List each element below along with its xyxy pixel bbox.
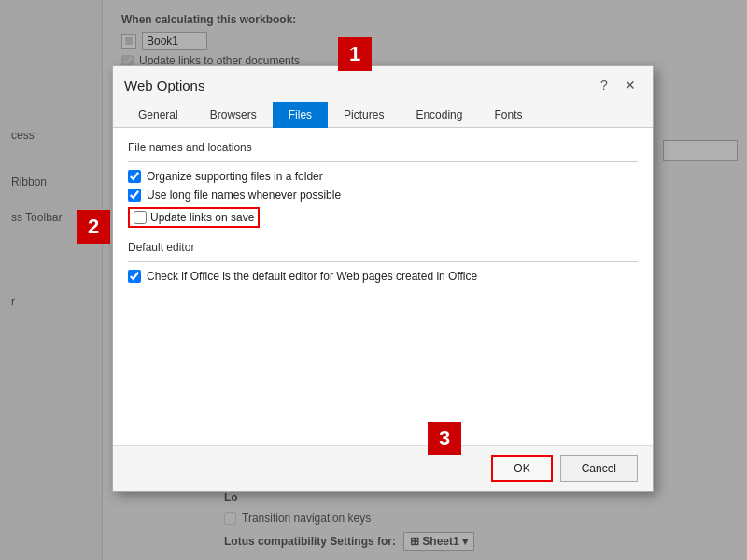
help-button[interactable]: ? <box>593 74 615 96</box>
cancel-button[interactable]: Cancel <box>560 455 638 482</box>
cb-longnames-input[interactable] <box>128 189 141 202</box>
section1-divider <box>128 161 638 162</box>
tab-general[interactable]: General <box>122 102 194 128</box>
tab-browsers[interactable]: Browsers <box>194 102 273 128</box>
dialog-titlebar: Web Options ? ✕ <box>113 66 653 102</box>
titlebar-buttons: ? ✕ <box>593 74 641 96</box>
web-options-dialog: Web Options ? ✕ General Browsers Files P… <box>112 65 654 492</box>
cb-defaulteditor-row: Check if Office is the default editor fo… <box>128 270 638 283</box>
cb-updatelinks-label[interactable]: Update links on save <box>150 211 254 224</box>
cb-longnames-label[interactable]: Use long file names whenever possible <box>147 189 341 202</box>
ok-button[interactable]: OK <box>491 455 552 482</box>
badge-2: 2 <box>77 210 110 244</box>
tab-pictures[interactable]: Pictures <box>328 102 400 128</box>
close-button[interactable]: ✕ <box>619 74 641 96</box>
cb-defaulteditor-input[interactable] <box>128 270 141 283</box>
updatelinks-highlighted: Update links on save <box>128 207 260 228</box>
section1-label: File names and locations <box>128 141 638 154</box>
dialog-body: File names and locations Organize suppor… <box>113 128 653 445</box>
tab-fonts[interactable]: Fonts <box>478 102 538 128</box>
dialog-title: Web Options <box>124 77 204 93</box>
cb-longnames-row: Use long file names whenever possible <box>128 189 638 202</box>
tab-encoding[interactable]: Encoding <box>400 102 478 128</box>
cb-updatelinks-input[interactable] <box>134 211 147 224</box>
tab-files[interactable]: Files <box>273 102 328 128</box>
badge-1: 1 <box>338 37 372 71</box>
cb-updatelinks-row: Update links on save <box>128 207 638 228</box>
tabs-bar: General Browsers Files Pictures Encoding… <box>113 102 653 128</box>
cb-organize-input[interactable] <box>128 170 141 183</box>
cb-organize-label[interactable]: Organize supporting files in a folder <box>147 170 323 183</box>
section2-label: Default editor <box>128 241 638 254</box>
section2-divider <box>128 261 638 262</box>
cb-defaulteditor-label[interactable]: Check if Office is the default editor fo… <box>147 270 477 283</box>
dialog-footer: OK Cancel <box>113 445 653 491</box>
cb-organize-row: Organize supporting files in a folder <box>128 170 638 183</box>
badge-3: 3 <box>428 422 461 455</box>
